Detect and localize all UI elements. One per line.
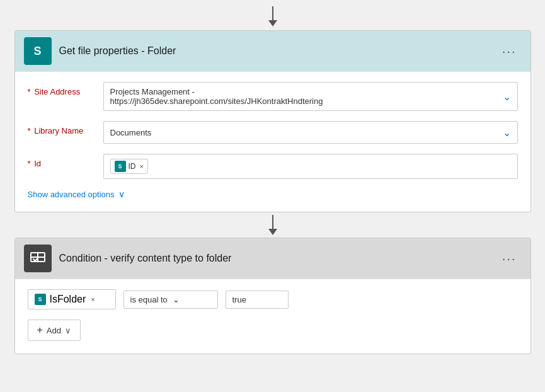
- condition-operator-dropdown[interactable]: is equal to ⌄: [123, 291, 218, 309]
- site-address-label: * Site Address: [28, 82, 103, 96]
- site-address-dropdown[interactable]: Projects Management -https://jh365dev.sh…: [103, 82, 518, 111]
- id-token: S ID ×: [110, 159, 148, 174]
- add-chevron-icon: ∨: [65, 326, 71, 335]
- condition-card: Condition - verify content type to folde…: [14, 238, 531, 354]
- condition-more-button[interactable]: ···: [497, 249, 522, 268]
- middle-arrow-connector: [268, 215, 277, 235]
- middle-arrow-line: [272, 215, 273, 229]
- condition-icon-box: [24, 245, 52, 272]
- add-button[interactable]: + Add ∨: [28, 320, 81, 341]
- id-token-close-icon[interactable]: ×: [140, 163, 144, 170]
- condition-operator-chevron-icon: ⌄: [173, 295, 180, 304]
- condition-operator-value: is equal to: [130, 295, 168, 304]
- show-advanced-chevron-icon: ∨: [118, 189, 125, 199]
- condition-expression-row: S IsFolder × is equal to ⌄ true: [28, 289, 518, 309]
- show-advanced-options[interactable]: Show advanced options ∨: [28, 189, 518, 199]
- library-name-label: * Library Name: [28, 121, 103, 135]
- sharepoint-icon-box: S: [24, 37, 52, 65]
- top-arrow-connector: [268, 6, 277, 26]
- add-plus-icon: +: [37, 325, 43, 336]
- condition-value-field[interactable]: true: [226, 291, 289, 309]
- condition-value-text: true: [232, 295, 246, 304]
- library-name-chevron-icon: ⌄: [503, 127, 511, 139]
- library-name-dropdown[interactable]: Documents ⌄: [103, 121, 518, 144]
- condition-title: Condition - verify content type to folde…: [59, 253, 497, 264]
- get-file-body: * Site Address Projects Management -http…: [15, 72, 531, 212]
- condition-token-icon: S: [35, 294, 46, 305]
- sp-icon-letter: S: [33, 45, 41, 58]
- get-file-header: S Get file properties - Folder ···: [15, 31, 531, 72]
- get-file-more-button[interactable]: ···: [497, 42, 522, 61]
- condition-token-box[interactable]: S IsFolder ×: [28, 289, 116, 309]
- site-address-value: Projects Management -https://jh365dev.sh…: [110, 87, 323, 106]
- condition-body: S IsFolder × is equal to ⌄ true + Add ∨: [15, 279, 531, 354]
- condition-token-close-icon[interactable]: ×: [91, 296, 95, 303]
- middle-arrow-head: [268, 229, 277, 235]
- top-arrow-line: [272, 6, 273, 20]
- id-field[interactable]: S ID ×: [103, 154, 518, 179]
- library-name-value: Documents: [110, 128, 152, 137]
- get-file-properties-card: S Get file properties - Folder ··· * Sit…: [14, 30, 531, 212]
- id-token-label: ID: [129, 162, 136, 171]
- condition-token-label: IsFolder: [50, 294, 86, 305]
- site-address-row: * Site Address Projects Management -http…: [28, 82, 518, 111]
- id-token-icon: S: [115, 161, 126, 172]
- get-file-title: Get file properties - Folder: [59, 45, 497, 57]
- top-arrow-head: [268, 20, 277, 26]
- id-label: * Id: [28, 154, 103, 168]
- show-advanced-label: Show advanced options: [28, 190, 115, 199]
- site-address-chevron-icon: ⌄: [503, 91, 511, 103]
- add-button-label: Add: [47, 326, 61, 335]
- condition-icon: [30, 249, 46, 268]
- condition-header: Condition - verify content type to folde…: [15, 238, 531, 279]
- library-name-row: * Library Name Documents ⌄: [28, 121, 518, 144]
- id-row: * Id S ID ×: [28, 154, 518, 179]
